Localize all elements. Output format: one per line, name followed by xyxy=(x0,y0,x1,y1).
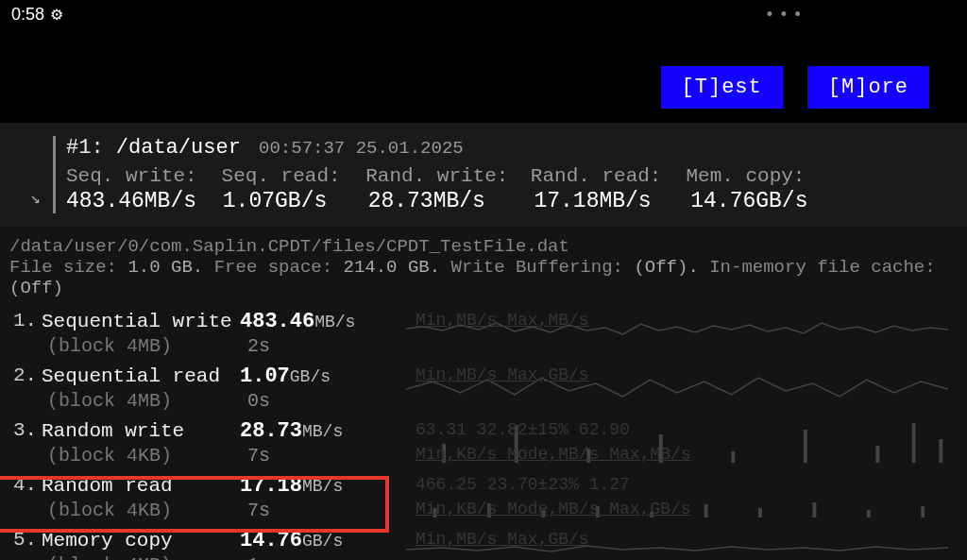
seq-read-value: 1.07GB/s xyxy=(223,189,355,213)
svg-rect-8 xyxy=(939,439,942,463)
test-row-seq-read: 2.Sequential read1.07GB/s Min,MB/s Max,G… xyxy=(9,361,958,416)
toolbar: [T]est [M]ore xyxy=(0,28,967,123)
run-summary: ↘ #1: /data/user 00:57:37 25.01.2025 Seq… xyxy=(0,123,967,227)
row-number: 4. xyxy=(13,474,42,496)
row-name: Sequential write xyxy=(42,311,240,332)
test-row-rand-read: 4.Random read17.18MB/s 466.25 23.70±23% … xyxy=(9,470,958,525)
svg-rect-16 xyxy=(813,502,817,518)
row-ghost: Min,MB/s Max,MB/s xyxy=(416,308,589,332)
filesize-label: File size: xyxy=(9,257,117,278)
row-number: 5. xyxy=(13,529,42,551)
row-duration: 7s xyxy=(247,445,270,467)
row-duration: 7s xyxy=(247,500,270,521)
row-value: 1.07GB/s xyxy=(240,365,382,388)
seq-read-label: Seq. read: xyxy=(222,165,354,187)
svg-rect-18 xyxy=(921,506,925,518)
row-ghost: Min,MB/s Max,GB/s xyxy=(416,363,589,387)
test-details: /data/user/0/com.Saplin.CPDT/files/CPDT_… xyxy=(0,227,967,560)
row-number: 3. xyxy=(13,419,42,441)
rand-write-label: Rand. write: xyxy=(365,165,518,187)
row-number: 2. xyxy=(13,365,42,386)
row-ghost: 466.25 23.70±23% 1.27 Min,KB/s Mode,MB/s… xyxy=(416,472,691,521)
svg-rect-7 xyxy=(912,423,916,463)
rand-write-value: 28.73MB/s xyxy=(368,189,521,213)
vertical-divider xyxy=(53,136,56,213)
gear-icon: ⚙ xyxy=(50,6,63,24)
config-line: File size: 1.0 GB. Free space: 214.0 GB.… xyxy=(9,257,958,298)
status-bar: 0:58 ⚙ xyxy=(0,0,967,28)
test-row-rand-write: 3.Random write28.73MB/s 63.31 32.82±15% … xyxy=(9,416,958,470)
run-path: /data/user xyxy=(116,136,241,160)
run-title: #1: /data/user 00:57:37 25.01.2025 xyxy=(66,136,952,160)
metrics-value-row: 483.46MB/s 1.07GB/s 28.73MB/s 17.18MB/s … xyxy=(66,189,952,213)
rand-read-value: 17.18MB/s xyxy=(534,189,677,213)
freespace-value: 214.0 GB. xyxy=(344,257,441,278)
test-file-path: /data/user/0/com.Saplin.CPDT/files/CPDT_… xyxy=(9,236,958,257)
row-value: 483.46MB/s xyxy=(240,310,382,333)
seq-write-value: 483.46MB/s xyxy=(66,189,210,213)
writebuf-value: (Off). xyxy=(634,257,698,278)
row-name: Random read xyxy=(42,475,240,497)
row-value: 14.76GB/s xyxy=(240,529,382,552)
row-name: Random write xyxy=(42,420,240,442)
cache-label: In-memory file cache: xyxy=(709,257,935,278)
test-button[interactable]: [T]est xyxy=(661,66,783,109)
chevron-down-icon[interactable]: ↘ xyxy=(30,187,41,208)
metrics-header-row: Seq. write: Seq. read: Rand. write: Rand… xyxy=(66,165,952,187)
row-block: (block 4MB) xyxy=(47,554,247,560)
writebuf-label: Write Buffering: xyxy=(451,257,623,278)
row-block: (block 4KB) xyxy=(47,500,247,521)
freespace-label: Free space: xyxy=(214,257,332,278)
row-name: Sequential read xyxy=(42,365,240,387)
row-name: Memory copy xyxy=(42,530,240,552)
filesize-value: 1.0 GB. xyxy=(127,257,203,278)
mem-copy-label: Mem. copy: xyxy=(686,165,827,187)
test-row-seq-write: 1.Sequential write483.46MB/s Min,MB/s Ma… xyxy=(9,306,958,361)
row-duration: 1s xyxy=(247,554,270,560)
svg-rect-4 xyxy=(731,451,735,463)
run-timestamp: 00:57:37 25.01.2025 xyxy=(259,138,464,159)
overflow-menu-icon[interactable]: ••• xyxy=(765,6,806,25)
svg-rect-17 xyxy=(867,510,871,518)
svg-rect-6 xyxy=(875,446,879,463)
mem-copy-value: 14.76GB/s xyxy=(690,189,832,213)
row-block: (block 4MB) xyxy=(47,390,247,412)
svg-rect-15 xyxy=(758,508,762,518)
svg-rect-14 xyxy=(704,504,708,518)
more-button[interactable]: [M]ore xyxy=(807,66,929,109)
rand-read-label: Rand. read: xyxy=(531,165,674,187)
row-number: 1. xyxy=(13,310,42,331)
row-block: (block 4MB) xyxy=(47,335,247,357)
row-duration: 0s xyxy=(247,390,270,412)
test-row-memory-copy: 5.Memory copy14.76GB/s Min,MB/s Max,GB/s… xyxy=(9,525,958,560)
cache-value: (Off) xyxy=(9,278,63,298)
clock: 0:58 xyxy=(11,5,44,25)
row-duration: 2s xyxy=(247,335,270,357)
row-value: 28.73MB/s xyxy=(240,419,382,443)
run-number: #1: xyxy=(66,136,104,160)
row-block: (block 4KB) xyxy=(47,445,247,467)
row-ghost: 63.31 32.82±15% 62.90 Min,KB/s Mode,MB/s… xyxy=(416,417,691,467)
seq-write-label: Seq. write: xyxy=(66,165,210,187)
row-value: 17.18MB/s xyxy=(240,474,382,498)
svg-rect-5 xyxy=(804,430,807,463)
row-ghost: Min,MB/s Max,GB/s xyxy=(416,527,589,552)
